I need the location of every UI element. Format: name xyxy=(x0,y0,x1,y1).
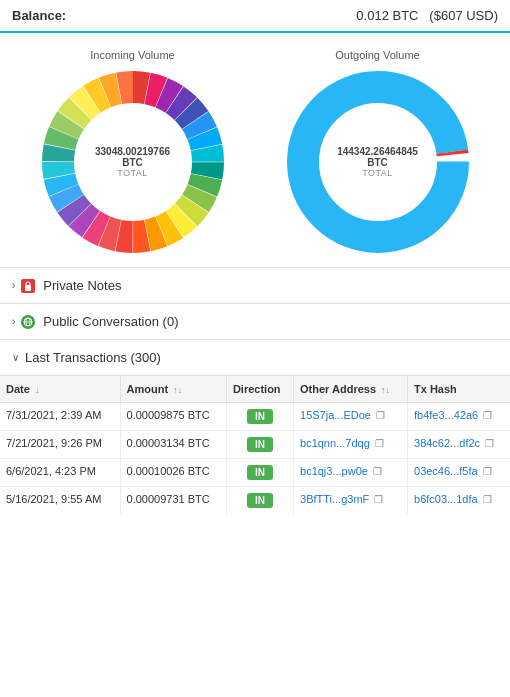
lock-icon xyxy=(21,279,35,293)
tx-hash-link[interactable]: fb4fe3...42a6 xyxy=(414,409,478,421)
col-amount[interactable]: Amount ↑↓ xyxy=(120,376,226,403)
transactions-chevron: ∨ xyxy=(12,352,19,363)
outgoing-chart-title: Outgoing Volume xyxy=(335,49,419,61)
table-row: 6/6/2021, 4:23 PM 0.00010026 BTC IN bc1q… xyxy=(0,459,510,487)
cell-amount: 0.00009731 BTC xyxy=(120,487,226,515)
balance-usd: ($607 USD) xyxy=(429,8,498,23)
cell-tx-hash: b6fc03...1dfa ❐ xyxy=(408,487,510,515)
outgoing-chart: Outgoing Volume 144342.26464845 BTC TOTA… xyxy=(268,49,488,257)
last-transactions-header[interactable]: ∨ Last Transactions (300) xyxy=(0,340,510,376)
cell-amount: 0.00003134 BTC xyxy=(120,431,226,459)
cell-direction: IN xyxy=(226,403,293,431)
cell-other-address: 15S7ja...EDoe ❐ xyxy=(294,403,408,431)
table-row: 7/31/2021, 2:39 AM 0.00009875 BTC IN 15S… xyxy=(0,403,510,431)
cell-date: 7/31/2021, 2:39 AM xyxy=(0,403,120,431)
copy-hash-icon[interactable]: ❐ xyxy=(483,410,492,421)
cell-direction: IN xyxy=(226,431,293,459)
copy-address-icon[interactable]: ❐ xyxy=(373,466,382,477)
cell-tx-hash: 03ec46...f5fa ❐ xyxy=(408,459,510,487)
private-notes-label: Private Notes xyxy=(43,278,121,293)
public-conversation-chevron: › xyxy=(12,316,15,327)
private-notes-chevron: › xyxy=(12,280,15,291)
copy-hash-icon[interactable]: ❐ xyxy=(483,494,492,505)
direction-badge: IN xyxy=(247,493,273,508)
table-row: 5/16/2021, 9:55 AM 0.00009731 BTC IN 3Bf… xyxy=(0,487,510,515)
address-link[interactable]: bc1qnn...7dqg xyxy=(300,437,370,449)
cell-other-address: bc1qnn...7dqg ❐ xyxy=(294,431,408,459)
cell-direction: IN xyxy=(226,487,293,515)
svg-point-35 xyxy=(320,104,436,220)
col-tx-hash: Tx Hash xyxy=(408,376,510,403)
address-sort-icon: ↑↓ xyxy=(381,385,390,395)
charts-section: Incoming Volume 33048.00219766 BTC TOTAL… xyxy=(0,33,510,268)
address-link[interactable]: bc1qj3...pw0e xyxy=(300,465,368,477)
incoming-donut: 33048.00219766 BTC TOTAL xyxy=(38,67,228,257)
balance-btc: 0.012 BTC xyxy=(356,8,418,23)
date-sort-icon: ↓ xyxy=(35,385,40,395)
incoming-chart: Incoming Volume 33048.00219766 BTC TOTAL xyxy=(23,49,243,257)
cell-direction: IN xyxy=(226,459,293,487)
direction-badge: IN xyxy=(247,465,273,480)
tx-hash-link[interactable]: 384c62...df2c xyxy=(414,437,480,449)
direction-badge: IN xyxy=(247,409,273,424)
cell-other-address: 3BfTTi...g3mF ❐ xyxy=(294,487,408,515)
copy-hash-icon[interactable]: ❐ xyxy=(483,466,492,477)
col-direction: Direction xyxy=(226,376,293,403)
cell-date: 6/6/2021, 4:23 PM xyxy=(0,459,120,487)
private-notes-section[interactable]: › Private Notes xyxy=(0,268,510,304)
address-link[interactable]: 3BfTTi...g3mF xyxy=(300,493,369,505)
outgoing-donut-svg xyxy=(283,67,473,257)
tx-hash-link[interactable]: 03ec46...f5fa xyxy=(414,465,478,477)
copy-hash-icon[interactable]: ❐ xyxy=(485,438,494,449)
tx-hash-link[interactable]: b6fc03...1dfa xyxy=(414,493,478,505)
balance-value: 0.012 BTC ($607 USD) xyxy=(356,8,498,23)
balance-label: Balance: xyxy=(12,8,66,23)
table-header-row: Date ↓ Amount ↑↓ Direction Other Address… xyxy=(0,376,510,403)
incoming-chart-title: Incoming Volume xyxy=(90,49,174,61)
cell-other-address: bc1qj3...pw0e ❐ xyxy=(294,459,408,487)
transactions-table-section: Date ↓ Amount ↑↓ Direction Other Address… xyxy=(0,376,510,514)
public-conversation-section[interactable]: › Public Conversation (0) xyxy=(0,304,510,340)
cell-date: 7/21/2021, 9:26 PM xyxy=(0,431,120,459)
cell-amount: 0.00009875 BTC xyxy=(120,403,226,431)
cell-tx-hash: fb4fe3...42a6 ❐ xyxy=(408,403,510,431)
direction-badge: IN xyxy=(247,437,273,452)
incoming-donut-svg xyxy=(38,67,228,257)
last-transactions-label: Last Transactions (300) xyxy=(25,350,161,365)
cell-date: 5/16/2021, 9:55 AM xyxy=(0,487,120,515)
transactions-table: Date ↓ Amount ↑↓ Direction Other Address… xyxy=(0,376,510,514)
col-date[interactable]: Date ↓ xyxy=(0,376,120,403)
copy-address-icon[interactable]: ❐ xyxy=(375,438,384,449)
public-conversation-label: Public Conversation (0) xyxy=(43,314,178,329)
cell-tx-hash: 384c62...df2c ❐ xyxy=(408,431,510,459)
col-other-address[interactable]: Other Address ↑↓ xyxy=(294,376,408,403)
copy-address-icon[interactable]: ❐ xyxy=(374,494,383,505)
cell-amount: 0.00010026 BTC xyxy=(120,459,226,487)
copy-address-icon[interactable]: ❐ xyxy=(376,410,385,421)
balance-bar: Balance: 0.012 BTC ($607 USD) xyxy=(0,0,510,33)
svg-rect-36 xyxy=(25,285,31,291)
amount-sort-icon: ↑↓ xyxy=(173,385,182,395)
address-link[interactable]: 15S7ja...EDoe xyxy=(300,409,371,421)
outgoing-donut: 144342.26464845 BTC TOTAL xyxy=(283,67,473,257)
table-row: 7/21/2021, 9:26 PM 0.00003134 BTC IN bc1… xyxy=(0,431,510,459)
svg-point-32 xyxy=(75,104,191,220)
globe-icon xyxy=(21,315,35,329)
